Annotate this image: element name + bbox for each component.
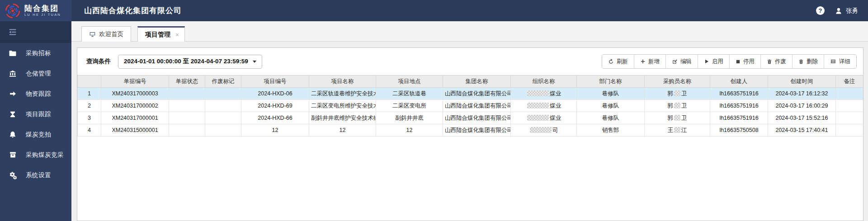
project-management-panel: 查询条件 2024-01-01 00:00:00 至 2024-04-07 23…	[77, 47, 863, 221]
bank-icon	[8, 69, 17, 78]
folder-icon	[8, 49, 17, 58]
table-cell: 12	[241, 124, 309, 136]
column-header[interactable]: 创建时间	[768, 75, 836, 88]
trash-icon	[767, 59, 772, 65]
collapse-menu-icon[interactable]	[8, 27, 18, 37]
trash-icon	[798, 59, 804, 65]
logo-text: 陆合集团 LU HE JI TUAN	[24, 5, 61, 17]
close-icon[interactable]: ×	[175, 31, 179, 38]
edit-button[interactable]: 编辑	[665, 55, 698, 68]
table-cell: 煤业	[511, 112, 577, 124]
table-cell: 巷修队	[577, 112, 645, 124]
disable-button[interactable]: 停用	[729, 55, 760, 68]
table-cell: 司	[511, 124, 577, 136]
tab-project-management[interactable]: 项目管理 ×	[137, 26, 185, 42]
add-button[interactable]: 新增	[634, 55, 665, 68]
sidebar-menu: 采购招标仓储管理物资跟踪项目跟踪煤炭竞拍采购煤炭竞采系统设置	[0, 43, 71, 185]
tab-welcome-home[interactable]: 欢迎首页	[81, 26, 131, 42]
table-cell: 二采区变电所	[376, 100, 443, 112]
void-button[interactable]: 作废	[760, 55, 792, 68]
button-label: 编辑	[680, 58, 692, 66]
sidebar-item-label: 仓储管理	[26, 70, 51, 78]
table-cell: 12	[309, 124, 376, 136]
sidebar-item-system-settings[interactable]: 系统设置	[0, 165, 71, 185]
table-cell: 4	[78, 124, 101, 136]
sidebar-item-label: 物资跟踪	[26, 90, 51, 98]
table-cell: 巷修队	[577, 100, 645, 112]
sidebar-collapse-bar	[0, 21, 71, 43]
column-header[interactable]: 作废标记	[205, 75, 241, 88]
table-cell: 2	[78, 100, 101, 112]
page-title: 山西陆合煤化集团有限公司	[84, 5, 182, 16]
table-cell: 煤业	[511, 88, 577, 100]
table-cell: 郭卫	[645, 112, 710, 124]
column-header[interactable]: 集团名称	[443, 75, 511, 88]
date-range-dropdown[interactable]: 2024-01-01 00:00:00 至 2024-04-07 23:59:5…	[118, 55, 262, 69]
table-cell: 3	[78, 112, 101, 124]
column-header[interactable]: 单据编号	[101, 75, 169, 88]
table-cell: 副斜井井底	[376, 112, 443, 124]
table-cell: 2024-03-17 15:52:16	[768, 112, 836, 124]
logo: 陆合集团 LU HE JI TUAN	[0, 0, 71, 21]
sidebar-item-coal-procurement[interactable]: 采购煤炭竞采	[0, 145, 71, 165]
table-row[interactable]: 4XM240315000001121212山西陆合煤化集团有限公司司销售部王江l…	[78, 124, 863, 136]
refresh-button[interactable]: 刷新	[602, 55, 634, 68]
column-header[interactable]	[78, 75, 101, 88]
monitor-icon	[89, 31, 96, 38]
table-cell	[836, 88, 863, 100]
help-icon[interactable]: ?	[816, 6, 825, 15]
sidebar-item-purchase-bidding[interactable]: 采购招标	[0, 43, 71, 63]
table-cell: lh16635751916	[710, 112, 768, 124]
header-actions: ? 张勇	[816, 6, 868, 15]
sidebar-item-label: 项目跟踪	[26, 110, 51, 118]
table-row[interactable]: 3XM2403170000012024-HXD-66副斜井井底维护安全技术措副斜…	[78, 112, 863, 124]
detail-button[interactable]: 详细	[824, 55, 856, 68]
column-header[interactable]: 采购员名称	[645, 75, 710, 88]
table-cell	[836, 124, 863, 136]
column-header[interactable]: 组织名称	[511, 75, 577, 88]
logo-title: 陆合集团	[24, 5, 61, 13]
sidebar-item-materials-tracking[interactable]: 物资跟踪	[0, 84, 71, 104]
stop-icon	[736, 59, 741, 64]
column-header[interactable]: 部门名称	[577, 75, 645, 88]
date-range-value: 2024-01-01 00:00:00 至 2024-04-07 23:59:5…	[124, 57, 248, 66]
table-cell	[836, 112, 863, 124]
edit-icon	[672, 59, 678, 65]
delete-button[interactable]: 删除	[792, 55, 824, 68]
enable-button[interactable]: 启用	[698, 55, 729, 68]
sidebar-item-coal-auction[interactable]: 煤炭竞拍	[0, 124, 71, 145]
table-cell: 郭卫	[645, 88, 710, 100]
column-header[interactable]: 单据状态	[169, 75, 205, 88]
play-icon	[704, 59, 709, 64]
table-cell: 郭卫	[645, 100, 710, 112]
table-cell: 副斜井井底维护安全技术措	[309, 112, 376, 124]
hourglass-icon	[8, 110, 17, 119]
sidebar-item-project-tracking[interactable]: 项目跟踪	[0, 104, 71, 124]
redacted-text	[674, 115, 680, 121]
sidebar-item-warehouse-mgmt[interactable]: 仓储管理	[0, 63, 71, 84]
table-cell: 2024-HXD-66	[241, 112, 309, 124]
column-header[interactable]: 项目名称	[309, 75, 376, 88]
redacted-text	[527, 115, 549, 121]
user-menu[interactable]: 张勇	[835, 7, 858, 15]
sidebar-item-label: 采购煤炭竞采	[26, 151, 64, 159]
column-header[interactable]: 项目编号	[241, 75, 309, 88]
table-row[interactable]: 1XM2403170000032024-HXD-06二采区轨道巷维护安全技术二采…	[78, 88, 863, 100]
table-cell: XM240317000001	[101, 112, 169, 124]
redacted-text	[527, 90, 549, 96]
logo-subtitle: LU HE JI TUAN	[24, 13, 61, 17]
table-cell	[169, 112, 205, 124]
table-cell: 煤业	[511, 100, 577, 112]
sidebar-item-label: 煤炭竞拍	[26, 131, 51, 139]
table-cell: 山西陆合煤化集团有限公司	[443, 124, 511, 136]
tab-bar: 欢迎首页 项目管理 ×	[71, 21, 868, 42]
top-header: 陆合集团 LU HE JI TUAN 山西陆合煤化集团有限公司 ? 张勇	[0, 0, 868, 21]
sidebar-item-label: 系统设置	[26, 171, 51, 179]
query-condition-label: 查询条件	[86, 57, 111, 66]
table-row[interactable]: 2XM2403170000022024-HXD-69二采区变电所维护安全技术二采…	[78, 100, 863, 112]
column-header[interactable]: 备注	[836, 75, 863, 88]
arrow-right-icon	[8, 89, 17, 99]
user-name: 张勇	[846, 7, 858, 15]
column-header[interactable]: 创建人	[710, 75, 768, 88]
column-header[interactable]: 项目地点	[376, 75, 443, 88]
